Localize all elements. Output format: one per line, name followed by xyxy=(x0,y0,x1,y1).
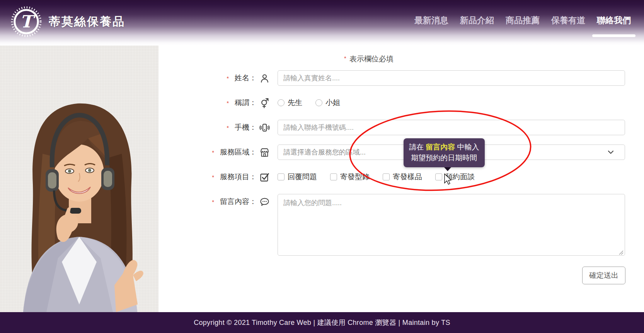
services-label-cell: * 服務項目： xyxy=(158,169,278,185)
catalog-checkbox[interactable] xyxy=(330,173,337,180)
service-option-reply[interactable]: 回覆問題 xyxy=(278,172,317,182)
storefront-icon xyxy=(259,147,270,158)
service-woman-illustration xyxy=(0,57,158,312)
asterisk-icon: * xyxy=(344,55,346,61)
svg-text:T: T xyxy=(20,12,36,31)
message-row: * 留言內容： xyxy=(158,194,625,257)
checkbox-check-icon xyxy=(259,172,270,182)
message-label: 留言內容： xyxy=(220,197,257,207)
tooltip-line1: 請在 留言內容 中輸入 xyxy=(409,142,479,153)
salutation-options: 先生 小姐 xyxy=(278,95,625,110)
appointment-checkbox[interactable] xyxy=(435,173,442,180)
name-input[interactable] xyxy=(278,70,625,86)
main-nav: 最新消息 新品介紹 商品推薦 保養有道 聯絡我們 xyxy=(414,0,644,26)
tooltip-highlight: 留言內容 xyxy=(426,143,455,151)
nav-item-new-products[interactable]: 新品介紹 xyxy=(460,15,494,26)
tooltip-line2: 期望預約的日期時間 xyxy=(409,153,479,163)
name-row: * 姓名： xyxy=(158,70,625,86)
nav-item-care-tips[interactable]: 保養有道 xyxy=(551,15,585,26)
appointment-tooltip: 請在 留言內容 中輸入 期望預約的日期時間 xyxy=(404,138,485,167)
site-footer: Copyright © 2021 Timothy Care Web | 建議使用… xyxy=(0,312,644,333)
brand-title: 蒂莫絲保養品 xyxy=(49,14,125,30)
required-note: *表示欄位必填 xyxy=(135,51,602,64)
brand: T 蒂莫絲保養品 xyxy=(0,0,125,38)
name-label: 姓名： xyxy=(235,73,257,83)
asterisk-icon: * xyxy=(212,199,214,205)
sample-checkbox[interactable] xyxy=(383,173,390,180)
region-label: 服務區域： xyxy=(220,147,257,157)
nav-item-recommend[interactable]: 商品推薦 xyxy=(506,15,540,26)
nav-item-contact[interactable]: 聯絡我們 xyxy=(597,15,631,26)
contact-form: *表示欄位必填 * 姓名： * xyxy=(158,46,644,312)
contact-page: T 蒂莫絲保養品 最新消息 新品介紹 商品推薦 保養有道 聯絡我們 xyxy=(0,0,644,333)
message-control xyxy=(278,194,625,257)
content-area: *表示欄位必填 * 姓名： * xyxy=(0,46,644,312)
ms-label: 小姐 xyxy=(325,98,340,108)
name-control xyxy=(278,70,625,86)
message-label-cell: * 留言內容： xyxy=(158,194,278,209)
speech-bubble-icon xyxy=(259,197,270,207)
asterisk-icon: * xyxy=(227,75,229,82)
services-row: * 服務項目： 回覆問題 寄發型錄 xyxy=(158,169,625,185)
name-label-cell: * 姓名： xyxy=(158,70,278,86)
mr-label: 先生 xyxy=(288,98,302,108)
asterisk-icon: * xyxy=(227,100,229,106)
chevron-down-icon xyxy=(607,148,615,156)
phone-input[interactable] xyxy=(278,120,625,135)
reply-checkbox[interactable] xyxy=(278,173,285,180)
message-textarea[interactable] xyxy=(278,194,625,256)
service-option-appointment[interactable]: 預約面談 xyxy=(435,172,475,182)
asterisk-icon: * xyxy=(227,124,229,131)
phone-control xyxy=(278,120,625,135)
salutation-option-ms[interactable]: 小姐 xyxy=(315,98,340,108)
salutation-option-mr[interactable]: 先生 xyxy=(278,98,302,108)
service-option-sample[interactable]: 寄發樣品 xyxy=(383,172,422,182)
site-header: T 蒂莫絲保養品 最新消息 新品介紹 商品推薦 保養有道 聯絡我們 xyxy=(0,0,644,46)
phone-label-cell: * 手機： xyxy=(158,120,278,135)
service-option-catalog[interactable]: 寄發型錄 xyxy=(330,172,370,182)
services-options: 回覆問題 寄發型錄 寄發樣品 預約面談 xyxy=(278,169,625,185)
customer-service-photo xyxy=(0,46,158,312)
gender-icon xyxy=(259,98,270,108)
mobile-vibrate-icon xyxy=(259,122,270,133)
region-label-cell: * 服務區域： xyxy=(158,144,278,160)
salutation-label: 稱謂： xyxy=(235,98,257,108)
ms-radio[interactable] xyxy=(315,99,322,106)
brand-t-emblem-icon: T xyxy=(10,5,43,38)
phone-label: 手機： xyxy=(235,122,257,133)
salutation-row: * 稱謂： 先生 小姐 xyxy=(158,95,625,110)
submit-row: 確定送出 xyxy=(158,267,625,284)
salutation-label-cell: * 稱謂： xyxy=(158,95,278,110)
asterisk-icon: * xyxy=(212,174,214,180)
phone-row: * 手機： xyxy=(158,120,625,135)
asterisk-icon: * xyxy=(212,149,214,156)
mr-radio[interactable] xyxy=(278,99,285,106)
copyright-text: Copyright © 2021 Timothy Care Web | 建議使用… xyxy=(194,318,450,327)
services-label: 服務項目： xyxy=(220,172,257,182)
region-row: * 服務區域： 請選擇適合服務您的區域... xyxy=(158,144,625,160)
person-icon xyxy=(259,73,270,83)
region-select-value: 請選擇適合服務您的區域... xyxy=(283,148,366,157)
submit-button[interactable]: 確定送出 xyxy=(582,267,625,284)
nav-item-news[interactable]: 最新消息 xyxy=(414,15,448,26)
required-note-text: 表示欄位必填 xyxy=(349,55,394,63)
